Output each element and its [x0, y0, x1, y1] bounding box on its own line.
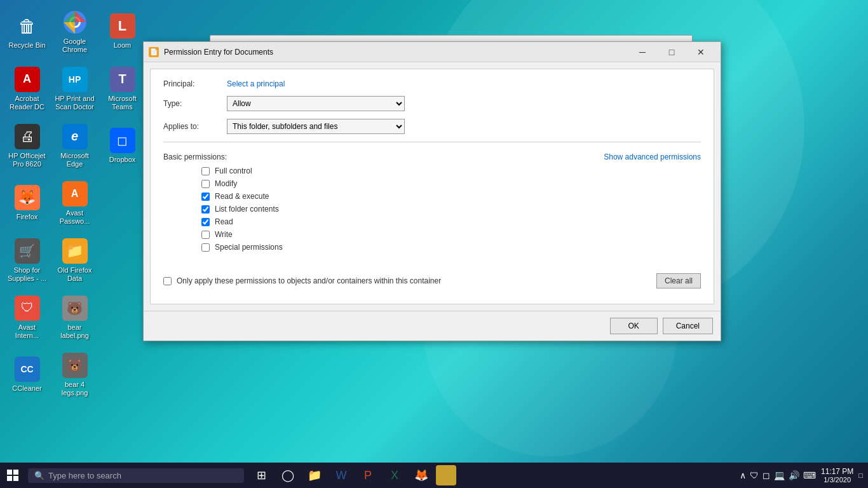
start-button[interactable] [0, 463, 25, 488]
permission-item-list-folder: List folder contents [201, 205, 701, 214]
permission-item-read-execute: Read & execute [201, 192, 701, 201]
svg-rect-4 [13, 470, 18, 475]
taskbar-firefox-task[interactable]: 🦊 [409, 463, 433, 488]
special-permissions-label: Special permissions [215, 243, 283, 252]
dialog-title-icon: 📄 [149, 47, 159, 57]
read-checkbox[interactable] [201, 218, 210, 226]
type-row: Type: Allow Deny [163, 96, 701, 111]
section-divider [163, 142, 701, 142]
full-control-label: Full control [215, 166, 252, 175]
tray-volume[interactable]: 🔊 [789, 470, 799, 480]
search-icon: 🔍 [34, 471, 44, 480]
permission-item-read: Read [201, 217, 701, 226]
special-permissions-checkbox[interactable] [201, 243, 210, 252]
taskbar: 🔍 Type here to search ⊞ ◯ 📁 W P X 🦊 ∧ 🛡 … [0, 463, 868, 488]
write-label: Write [215, 230, 233, 239]
only-apply-label: Only apply these permissions to objects … [177, 276, 656, 285]
type-select-wrapper[interactable]: Allow Deny [227, 96, 405, 111]
type-select[interactable]: Allow Deny [227, 96, 405, 111]
svg-rect-5 [7, 476, 12, 481]
tray-dropbox-tray[interactable]: ◻ [763, 470, 770, 480]
clear-all-button[interactable]: Clear all [656, 273, 701, 288]
modify-label: Modify [215, 179, 237, 188]
section-header: Basic permissions: Show advanced permiss… [163, 152, 701, 161]
desktop-icon-recycle-bin[interactable]: 🗑 Recycle Bin [3, 3, 51, 60]
dialog-titlebar[interactable]: 📄 Permission Entry for Documents ─ □ ✕ [144, 42, 721, 62]
cancel-button[interactable]: Cancel [663, 318, 713, 334]
taskbar-excel[interactable]: X [383, 463, 407, 488]
desktop-icon-hp-print[interactable]: HP HP Print and Scan Doctor [51, 60, 98, 118]
taskbar-file-explorer[interactable]: 📁 [302, 463, 327, 488]
maximize-button[interactable]: □ [657, 42, 686, 62]
desktop-icon-loom[interactable]: L Loom [98, 3, 146, 60]
only-apply-checkbox[interactable] [163, 277, 172, 285]
svg-rect-3 [7, 470, 12, 475]
desktop-icon-dropbox[interactable]: ◻ Dropbox [98, 118, 146, 175]
permission-item-full-control: Full control [201, 166, 701, 175]
principal-label: Principal: [163, 79, 227, 88]
desktop-icon-edge[interactable]: e Microsoft Edge [51, 118, 98, 175]
select-principal-link[interactable]: Select a principal [227, 79, 285, 88]
desktop-icon-old-firefox[interactable]: 📁 Old Firefox Data [51, 232, 98, 289]
tray-keyboard[interactable]: ⌨ [803, 470, 816, 480]
permission-item-write: Write [201, 230, 701, 239]
desktop-icon-acrobat[interactable]: A Acrobat Reader DC [3, 60, 51, 118]
desktop-icon-google-chrome[interactable]: Google Chrome [51, 3, 98, 60]
desktop-icon-teams[interactable]: T Microsoft Teams [98, 60, 146, 118]
dialog-title: Permission Entry for Documents [164, 48, 628, 57]
clock-date: 1/3/2020 [821, 476, 853, 484]
permission-entry-dialog: 📄 Permission Entry for Documents ─ □ ✕ P… [143, 41, 721, 341]
desktop-icon-avast-pw[interactable]: A Avast Passwo... [51, 175, 98, 232]
dialog-content: Principal: Select a principal Type: Allo… [150, 69, 714, 304]
taskbar-clock[interactable]: 11:17 PM 1/3/2020 [821, 467, 853, 484]
show-advanced-link[interactable]: Show advanced permissions [604, 152, 701, 161]
list-folder-label: List folder contents [215, 205, 279, 214]
permission-item-modify: Modify [201, 179, 701, 188]
desktop-icon-firefox[interactable]: 🦊 Firefox [3, 175, 51, 232]
tray-security[interactable]: 🛡 [750, 470, 759, 480]
modify-checkbox[interactable] [201, 180, 210, 188]
clock-time: 11:17 PM [821, 467, 853, 476]
principal-row: Principal: Select a principal [163, 79, 701, 88]
full-control-checkbox[interactable] [201, 167, 210, 175]
taskbar-right: ∧ 🛡 ◻ 💻 🔊 ⌨ 11:17 PM 1/3/2020 □ [740, 467, 868, 484]
only-apply-row: Only apply these permissions to objects … [163, 268, 701, 294]
dialog-footer: OK Cancel [144, 311, 721, 341]
ok-button[interactable]: OK [610, 318, 658, 334]
taskbar-app-icons: ⊞ ◯ 📁 W P X 🦊 [247, 463, 459, 488]
desktop-icon-bear4[interactable]: 🐻 bear 4 legs.png [51, 346, 98, 403]
search-placeholder: Type here to search [48, 471, 121, 480]
applies-to-label: Applies to: [163, 122, 227, 131]
read-execute-label: Read & execute [215, 192, 269, 201]
tray-show-hidden[interactable]: ∧ [740, 470, 746, 480]
basic-permissions-section: Basic permissions: Show advanced permiss… [163, 147, 701, 261]
desktop-icon-shop[interactable]: 🛒 Shop for Supplies - ... [3, 232, 51, 289]
desktop-icon-officejet[interactable]: 🖨 HP Officejet Pro 8620 [3, 118, 51, 175]
system-tray-icons: ∧ 🛡 ◻ 💻 🔊 ⌨ [740, 470, 816, 480]
type-label: Type: [163, 99, 227, 108]
desktop-icon-bear-label[interactable]: 🐻 bear label.png [51, 289, 98, 346]
taskbar-search-box[interactable]: 🔍 Type here to search [28, 468, 244, 483]
taskbar-powerpoint[interactable]: P [356, 463, 380, 488]
read-label: Read [215, 217, 233, 226]
taskbar-cortana[interactable]: ◯ [276, 463, 300, 488]
basic-permissions-label: Basic permissions: [163, 152, 227, 161]
minimize-button[interactable]: ─ [628, 42, 657, 62]
applies-to-select-wrapper[interactable]: This folder, subfolders and files This f… [227, 119, 405, 134]
taskbar-word[interactable]: W [329, 463, 353, 488]
list-folder-checkbox[interactable] [201, 205, 210, 214]
tray-network[interactable]: 💻 [774, 470, 785, 480]
taskbar-notification[interactable]: □ [858, 471, 863, 479]
read-execute-checkbox[interactable] [201, 193, 210, 201]
taskbar-unknown[interactable] [436, 465, 456, 485]
write-checkbox[interactable] [201, 231, 210, 239]
desktop-icon-avast-internet[interactable]: 🛡 Avast Intern... [3, 289, 51, 346]
taskbar-task-view[interactable]: ⊞ [249, 463, 273, 488]
permissions-list: Full control Modify Read & execute List … [163, 166, 701, 252]
svg-rect-6 [13, 476, 18, 481]
applies-to-row: Applies to: This folder, subfolders and … [163, 119, 701, 134]
dialog-controls: ─ □ ✕ [628, 42, 715, 62]
desktop-icon-ccleaner[interactable]: CC CCleaner [3, 346, 51, 403]
applies-to-select[interactable]: This folder, subfolders and files This f… [227, 119, 405, 134]
close-button[interactable]: ✕ [686, 42, 715, 62]
